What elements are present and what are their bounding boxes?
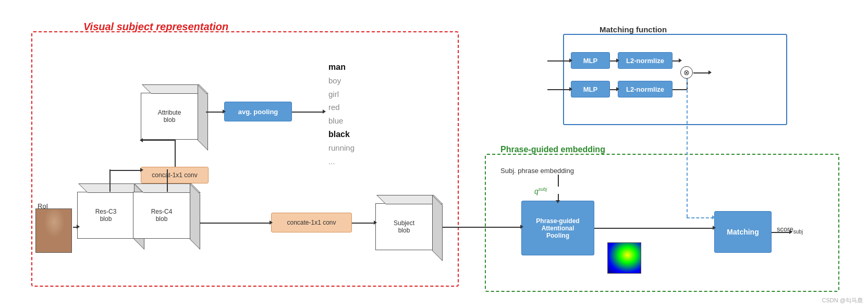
concat-1x1-conv-box: concat-1x1 conv xyxy=(141,167,209,183)
phrase-attn-pooling-label: Phrase-guided Attentional Pooling xyxy=(536,217,579,239)
arrow-subject-attnpool xyxy=(443,227,521,228)
mlp2-label: MLP xyxy=(583,85,597,93)
word-black: black xyxy=(328,127,354,141)
mlp1-label: MLP xyxy=(583,57,597,65)
l2-norm1-label: L2-normlize xyxy=(626,57,664,65)
subject-blob-label: Subject blob xyxy=(394,219,414,234)
attribute-blob-front: Attribute blob xyxy=(141,93,198,140)
arrow-qsubj-attnpool xyxy=(558,194,559,201)
l2-norm1-box: L2-normlize xyxy=(618,52,673,69)
subject-blob-right xyxy=(432,195,443,261)
arrowhead-attrblob xyxy=(140,138,143,142)
word-man: man xyxy=(328,60,354,74)
arrow-in-mlp2 xyxy=(547,89,570,90)
words-list: man boy girl red blue black running ... xyxy=(328,60,354,168)
word-red: red xyxy=(328,101,354,114)
subject-blob-front: Subject blob xyxy=(375,203,433,250)
res-c3-blob-label: Res-C3 blob xyxy=(95,208,117,223)
arrow-concat-attrblob-v xyxy=(175,140,176,167)
blue-dashed-arrowhead xyxy=(712,215,715,219)
res-c4-blob-front: Res-C4 blob xyxy=(133,192,190,239)
arrow-resc3-concat-h xyxy=(109,170,141,171)
roi-figure xyxy=(36,209,71,252)
matching-function-label: Matching function xyxy=(600,25,667,34)
res-c4-blob-right xyxy=(190,183,200,250)
word-boy: boy xyxy=(328,74,354,88)
mlp1-box: MLP xyxy=(571,52,610,69)
arrow-attrblob-avgpool xyxy=(206,112,223,113)
avg-pooling-box: avg. pooling xyxy=(224,102,292,121)
word-running: running xyxy=(328,141,354,155)
arrow-mlp2-l2norm2 xyxy=(610,89,617,90)
arrow-concat-attrblob-h xyxy=(141,140,175,141)
word-dots: ... xyxy=(328,155,354,168)
attribute-blob-label: Attribute blob xyxy=(158,109,181,124)
visual-subject-label: Visual subject representation xyxy=(83,21,228,33)
arrow-resc3-concat-v xyxy=(109,169,111,192)
matching-function-box xyxy=(563,34,787,125)
concate-1x1-conv-label: concate-1x1 conv xyxy=(287,219,336,226)
arrow-subj-phrase-down xyxy=(558,175,559,187)
arrow-mult-out xyxy=(693,72,709,73)
arrow-concate-subject xyxy=(352,223,374,224)
mlp2-box: MLP xyxy=(571,81,610,97)
l2-norm2-box: L2-normlize xyxy=(618,81,673,97)
arrow-in-mlp1 xyxy=(547,60,570,62)
arrow-l2norm2-mult-h xyxy=(673,89,687,90)
multiply-symbol: ⊗ xyxy=(680,66,693,79)
watermark: CSDN @勾马鹿 xyxy=(822,297,863,304)
phrase-attn-pooling-box: Phrase-guided Attentional Pooling xyxy=(521,201,594,255)
arrow-roi-resc3 xyxy=(73,227,77,228)
arrow-blobs-concate xyxy=(200,223,270,224)
arrow-resc4-concat-v xyxy=(167,169,168,192)
matching-label: Matching xyxy=(727,228,759,236)
heatmap-image xyxy=(607,242,641,274)
roi-image xyxy=(35,208,72,253)
blue-dashed-vert xyxy=(687,79,688,217)
phrase-guided-label: Phrase-guided embedding xyxy=(500,145,605,154)
diagram-container: Visual subject representation Matching f… xyxy=(0,0,868,307)
arrow-matching-score xyxy=(772,232,790,233)
concat-1x1-conv-label: concat-1x1 conv xyxy=(152,171,197,179)
res-c3-blob-front: Res-C3 blob xyxy=(77,192,135,239)
attribute-blob-right xyxy=(198,84,208,151)
matching-box: Matching xyxy=(714,211,772,253)
q-subj-label: qsubj xyxy=(534,187,547,195)
word-blue: blue xyxy=(328,114,354,128)
roi-label: RoI xyxy=(38,202,48,210)
arrow-mlp1-l2norm1 xyxy=(610,60,617,62)
l2-norm2-label: L2-normlize xyxy=(626,85,664,93)
arrow-l2norm1-mult xyxy=(673,60,679,62)
res-c4-blob-label: Res-C4 blob xyxy=(151,208,173,223)
avg-pooling-label: avg. pooling xyxy=(238,108,278,116)
arrow-attnpool-matching xyxy=(594,228,713,229)
arrow-avgpool-words xyxy=(292,112,323,113)
concate-1x1-conv-box: concate-1x1 conv xyxy=(271,213,352,232)
subj-phrase-embed-text: Subj. phrase embedding xyxy=(500,167,574,175)
word-girl: girl xyxy=(328,88,354,101)
blue-dashed-horiz xyxy=(687,217,714,218)
